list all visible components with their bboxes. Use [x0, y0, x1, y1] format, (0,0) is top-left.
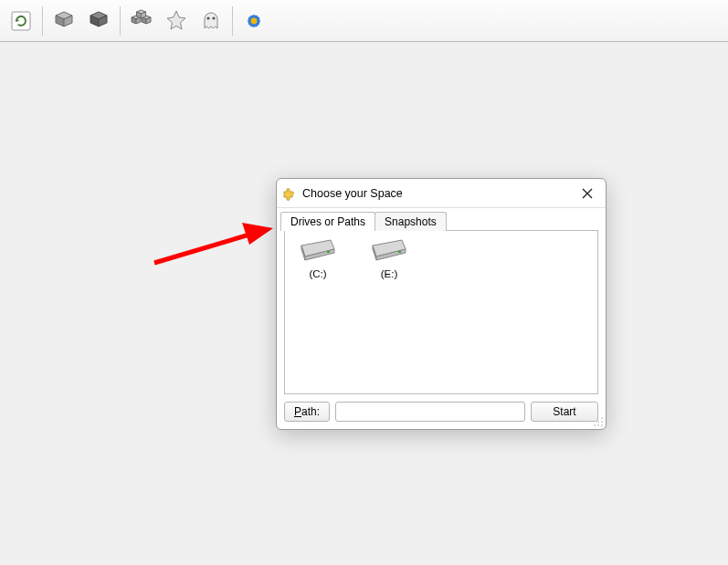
start-label: Start [553, 405, 575, 418]
drive-label: (E:) [362, 268, 417, 279]
dialog-titlebar: Choose your Space [277, 179, 606, 208]
drive-item-e[interactable]: (E:) [362, 236, 417, 279]
drive-icon [369, 236, 409, 264]
choose-space-dialog: Choose your Space Drives or Paths Snapsh… [276, 178, 607, 430]
cube-dark-icon [86, 8, 111, 34]
tab-label: Snapshots [385, 215, 437, 228]
resize-grip[interactable] [591, 414, 604, 427]
flower-icon [241, 8, 267, 34]
svg-point-1 [206, 16, 209, 19]
star-icon [164, 8, 189, 34]
svg-point-9 [251, 17, 258, 24]
tab-strip: Drives or Paths Snapshots [277, 208, 606, 230]
cube-dark-button[interactable] [83, 5, 114, 37]
cube-icon [51, 8, 77, 34]
refresh-button[interactable] [5, 5, 37, 37]
star-button[interactable] [161, 5, 192, 37]
close-button[interactable] [575, 183, 600, 204]
main-toolbar [0, 0, 728, 42]
cubes-icon [129, 8, 154, 34]
tab-label: Drives or Paths [290, 215, 365, 228]
start-button[interactable]: Start [531, 402, 598, 422]
path-input[interactable] [335, 402, 525, 422]
svg-marker-11 [242, 223, 273, 245]
ghost-button[interactable] [195, 5, 227, 37]
svg-point-18 [597, 424, 599, 426]
svg-point-19 [601, 424, 603, 426]
toolbar-separator [120, 6, 121, 36]
toolbar-separator [232, 6, 233, 36]
dialog-bottom-row: Path: Start [277, 398, 606, 429]
drive-item-c[interactable]: (C:) [290, 236, 345, 279]
path-button[interactable]: Path: [284, 402, 330, 422]
svg-point-14 [601, 417, 603, 419]
toolbar-separator [42, 6, 43, 36]
flower-button[interactable] [238, 5, 269, 37]
svg-point-15 [597, 421, 599, 423]
drives-panel: (C:) (E:) [284, 230, 598, 394]
dialog-title: Choose your Space [302, 187, 403, 200]
close-icon [582, 188, 593, 199]
ghost-icon [198, 8, 224, 34]
svg-point-2 [212, 16, 215, 19]
tab-drives[interactable]: Drives or Paths [280, 212, 375, 231]
puzzle-icon [282, 186, 297, 201]
cube-button[interactable] [48, 5, 79, 37]
svg-rect-12 [327, 251, 330, 253]
svg-rect-0 [12, 12, 30, 30]
drive-icon [298, 236, 338, 264]
svg-line-10 [154, 235, 249, 263]
tab-snapshots[interactable]: Snapshots [375, 212, 447, 231]
svg-point-16 [601, 421, 603, 423]
drive-label: (C:) [290, 268, 345, 279]
refresh-icon [9, 9, 33, 33]
cubes-button[interactable] [126, 5, 157, 37]
svg-point-17 [594, 424, 596, 426]
svg-rect-13 [398, 251, 401, 253]
annotation-arrow [151, 219, 274, 269]
